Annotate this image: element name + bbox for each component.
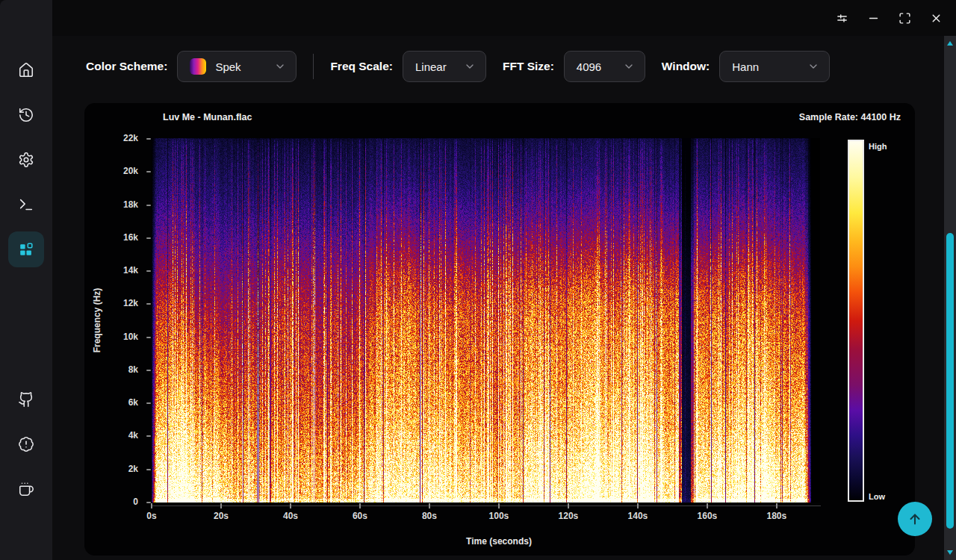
y-tick-mark xyxy=(146,270,151,272)
titlebar xyxy=(52,0,956,36)
y-tick-label: 6k xyxy=(84,397,138,408)
x-tick-mark xyxy=(429,503,430,508)
freq-scale-select[interactable]: Linear xyxy=(403,51,486,82)
y-tick-mark xyxy=(146,303,151,305)
y-tick-label: 4k xyxy=(84,430,138,441)
sidebar-item-github[interactable] xyxy=(8,382,44,417)
scrollbar-down-arrow[interactable] xyxy=(947,550,953,555)
y-tick-label: 14k xyxy=(84,265,138,276)
sidebar-item-settings[interactable] xyxy=(8,142,44,178)
x-tick-mark xyxy=(220,503,222,508)
fft-size-group: FFT Size: 4096 xyxy=(503,51,645,82)
y-tick-mark xyxy=(146,469,151,470)
y-tick-label: 22k xyxy=(84,133,138,143)
spectrogram-card: Luv Me - Munan.flac Sample Rate: 44100 H… xyxy=(84,103,915,556)
sidebar-item-coffee[interactable] xyxy=(8,471,44,507)
close-button[interactable] xyxy=(920,0,952,36)
x-tick-label: 120s xyxy=(546,511,591,521)
window-group: Window: Hann xyxy=(662,51,830,82)
chevron-down-icon xyxy=(807,60,819,72)
blocks-icon xyxy=(18,241,34,258)
y-tick-mark xyxy=(146,402,151,404)
y-tick-mark xyxy=(146,138,151,140)
x-tick-mark xyxy=(568,503,569,508)
x-tick-label: 20s xyxy=(199,511,243,521)
y-tick-mark xyxy=(146,370,151,371)
minimize-icon xyxy=(867,12,880,25)
home-icon xyxy=(18,62,34,78)
color-scheme-swatch xyxy=(190,58,206,75)
scroll-to-top-button[interactable] xyxy=(898,502,932,536)
x-tick-mark xyxy=(707,503,708,508)
history-icon xyxy=(18,107,34,123)
color-scheme-group: Color Scheme: Spek xyxy=(86,51,297,82)
colorbar-high-label: High xyxy=(869,142,887,151)
maximize-button[interactable] xyxy=(889,0,920,36)
chevron-down-icon xyxy=(274,60,286,72)
color-scheme-value: Spek xyxy=(215,60,240,73)
gear-icon xyxy=(18,152,34,168)
x-tick-label: 60s xyxy=(338,511,382,521)
maximize-icon xyxy=(898,12,911,25)
color-scheme-select[interactable]: Spek xyxy=(177,51,297,82)
y-tick-label: 10k xyxy=(84,332,138,342)
y-tick-mark xyxy=(146,171,151,172)
terminal-icon xyxy=(18,196,34,213)
scrollbar[interactable] xyxy=(944,36,956,560)
colorbar xyxy=(848,140,864,502)
color-scheme-label: Color Scheme: xyxy=(86,60,167,73)
x-tick-mark xyxy=(498,503,500,508)
fft-size-label: FFT Size: xyxy=(503,60,554,73)
github-icon xyxy=(18,391,34,408)
toolbar-divider xyxy=(313,54,314,79)
x-tick-label: 40s xyxy=(268,511,313,521)
x-tick-mark xyxy=(290,503,291,508)
x-tick-label: 80s xyxy=(407,511,452,521)
window-label: Window: xyxy=(662,60,710,73)
sample-rate-text: Sample Rate: 44100 Hz xyxy=(799,112,901,122)
x-tick-mark xyxy=(359,503,361,508)
sidebar-item-terminal[interactable] xyxy=(8,187,44,223)
y-tick-mark xyxy=(146,435,151,437)
y-tick-label: 18k xyxy=(84,199,138,210)
window-select[interactable]: Hann xyxy=(719,51,830,82)
minimize-button[interactable] xyxy=(857,0,889,36)
spectrogram-canvas[interactable] xyxy=(152,138,820,503)
main-content: Color Scheme: Spek Freq Scale: Linear FF… xyxy=(52,36,944,560)
y-tick-label: 0 xyxy=(84,497,138,507)
y-tick-mark xyxy=(146,237,151,239)
x-tick-mark xyxy=(151,503,152,508)
freq-scale-value: Linear xyxy=(415,60,447,73)
sidebar-item-spectrogram[interactable] xyxy=(8,231,44,267)
x-tick-mark xyxy=(637,503,639,508)
coffee-icon xyxy=(18,481,34,497)
toolbar: Color Scheme: Spek Freq Scale: Linear FF… xyxy=(86,51,830,82)
y-tick-label: 8k xyxy=(84,364,138,375)
y-tick-label: 2k xyxy=(84,464,138,474)
sliders-icon xyxy=(836,12,848,25)
scrollbar-up-arrow[interactable] xyxy=(947,41,953,46)
window-value: Hann xyxy=(732,60,759,73)
x-tick-mark xyxy=(776,503,777,508)
fft-size-select[interactable]: 4096 xyxy=(564,51,645,82)
chevron-down-icon xyxy=(464,60,476,72)
arrow-up-icon xyxy=(907,511,923,527)
chevron-down-icon xyxy=(623,60,635,72)
freq-scale-label: Freq Scale: xyxy=(330,60,393,73)
sidebar-item-about[interactable] xyxy=(8,426,44,462)
y-tick-mark xyxy=(146,337,151,338)
y-tick-label: 12k xyxy=(84,298,138,308)
y-tick-mark xyxy=(146,205,151,206)
x-tick-label: 140s xyxy=(615,511,660,521)
scrollbar-thumb[interactable] xyxy=(946,233,954,529)
adjustments-button[interactable] xyxy=(826,0,857,36)
sidebar xyxy=(0,0,52,560)
sidebar-item-home[interactable] xyxy=(8,52,44,88)
fft-size-value: 4096 xyxy=(577,60,601,73)
x-tick-label: 160s xyxy=(685,511,730,521)
sidebar-item-history[interactable] xyxy=(8,97,44,133)
y-tick-label: 20k xyxy=(84,166,138,176)
x-axis-title: Time (seconds) xyxy=(454,536,544,547)
x-tick-label: 180s xyxy=(754,511,799,521)
app-window: Color Scheme: Spek Freq Scale: Linear FF… xyxy=(0,0,956,560)
